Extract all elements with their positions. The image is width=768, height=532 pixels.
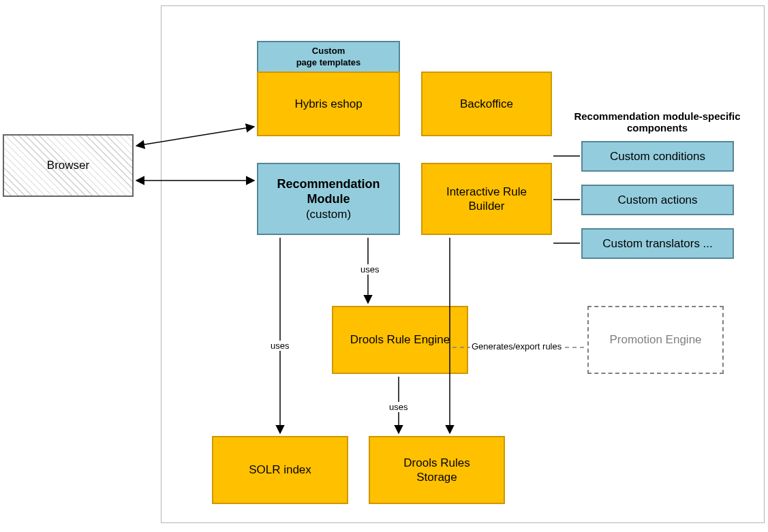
solr-label: SOLR index [249, 463, 311, 477]
drools-storage-l2: Storage [416, 470, 457, 484]
rule-builder-box: Interactive Rule Builder [421, 163, 552, 235]
uses-text-1: uses [271, 341, 289, 351]
rule-builder-l1: Interactive Rule [446, 185, 527, 199]
reco-sub: (custom) [306, 207, 351, 221]
custom-templates-l2: page templates [296, 57, 361, 68]
custom-translators-box: Custom translators ... [581, 228, 734, 259]
custom-translators-label: Custom translators ... [602, 236, 713, 251]
browser-label: Browser [47, 158, 89, 172]
drools-engine-box: Drools Rule Engine [332, 306, 468, 374]
generates-label: Generates/export rules [470, 341, 563, 351]
custom-conditions-label: Custom conditions [610, 149, 705, 163]
hybris-eshop-label: Hybris eshop [294, 97, 362, 111]
backoffice-label: Backoffice [460, 97, 513, 111]
custom-templates-header: Custom page templates [257, 41, 400, 72]
reco-components-label: Recommendation module-specific component… [574, 110, 741, 134]
drools-storage-box: Drools Rules Storage [369, 436, 505, 504]
custom-templates-l1: Custom [312, 46, 345, 57]
uses-text-3: uses [389, 402, 408, 412]
rule-builder-l2: Builder [469, 199, 505, 213]
uses-label-3: uses [388, 402, 409, 412]
reco-title: Recommendation Module [261, 176, 396, 207]
uses-label-1: uses [269, 341, 290, 351]
generates-text: Generates/export rules [472, 341, 562, 351]
drools-engine-label: Drools Rule Engine [350, 332, 450, 347]
uses-label-2: uses [359, 264, 380, 275]
hybris-eshop-box: Hybris eshop [257, 72, 400, 136]
solr-box: SOLR index [212, 436, 348, 504]
backoffice-box: Backoffice [421, 72, 552, 136]
promotion-engine-box: Promotion Engine [587, 306, 724, 374]
recommendation-module-box: Recommendation Module (custom) [257, 163, 400, 235]
custom-conditions-box: Custom conditions [581, 141, 734, 172]
drools-storage-l1: Drools Rules [403, 456, 470, 470]
browser-box: Browser [3, 134, 134, 197]
promotion-engine-label: Promotion Engine [609, 332, 701, 347]
custom-actions-box: Custom actions [581, 185, 734, 215]
custom-actions-label: Custom actions [617, 193, 697, 207]
uses-text-2: uses [360, 264, 379, 275]
reco-components-text: Recommendation module-specific component… [574, 110, 740, 134]
